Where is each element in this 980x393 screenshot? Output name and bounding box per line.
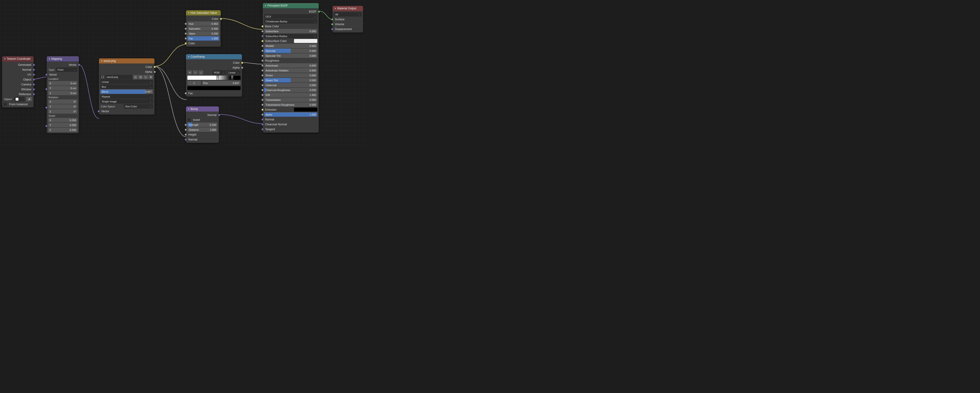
type-dropdown[interactable]: Point⌄ [56, 67, 78, 72]
collapse-icon[interactable]: ▼ [4, 58, 6, 60]
unlink-button[interactable]: ✕ [148, 75, 153, 80]
socket-out[interactable] [33, 78, 35, 81]
interp-dropdown[interactable]: Linear⌄ [100, 80, 153, 84]
scl-y[interactable]: Y0.250 [48, 123, 78, 127]
collapse-icon[interactable]: ▼ [334, 8, 336, 10]
socket-out-color[interactable] [241, 62, 243, 64]
socket-out[interactable] [33, 73, 35, 76]
interp-dropdown[interactable]: Linear⌄ [227, 70, 240, 75]
socket-out-alpha[interactable] [154, 71, 156, 73]
ramp-menu-button[interactable]: ⌄ [199, 70, 203, 75]
socket-out[interactable] [33, 68, 35, 71]
socket-in-normal[interactable] [261, 118, 264, 121]
socket-in-color[interactable] [185, 42, 187, 45]
socket-out[interactable] [33, 83, 35, 86]
socket-in-base-color[interactable] [261, 25, 264, 27]
socket-in-aniso[interactable] [261, 64, 264, 67]
socket-out-normal[interactable] [218, 114, 220, 116]
loc-z[interactable]: Z0 cm [48, 91, 78, 95]
socket-in-fac[interactable] [185, 92, 187, 94]
node-header[interactable]: ▼ Principled BSDF [263, 3, 319, 8]
loc-x[interactable]: X0 cm [48, 81, 78, 86]
spec-tint-field[interactable]: Specular Tint0.000 [264, 53, 317, 58]
socket-in-ior[interactable] [261, 94, 264, 96]
socket-in-scale[interactable] [45, 125, 48, 127]
browse-image-button[interactable] [100, 75, 105, 80]
eyedropper-button[interactable] [26, 97, 32, 101]
socket-in-spec-tint[interactable] [261, 55, 264, 57]
socket-in-emission[interactable] [261, 108, 264, 111]
socket-out[interactable] [78, 64, 80, 66]
distribution-dropdown[interactable]: GGX⌄ [264, 14, 317, 19]
aniso-rot-field[interactable]: Anisotropic Rotation0.000 [264, 68, 317, 73]
colorspace-dropdown[interactable]: Non-Color⌄ [124, 104, 153, 108]
socket-in-aniso-rot[interactable] [261, 69, 264, 72]
node-header[interactable]: ▼ wood.png [99, 58, 154, 64]
socket-in-roughness[interactable] [261, 59, 264, 62]
socket-in-height[interactable] [185, 134, 187, 136]
open-image-button[interactable] [143, 75, 148, 80]
strength-field[interactable]: Strength0.160 [188, 123, 218, 127]
socket-in-surface[interactable] [331, 18, 333, 21]
node-header[interactable]: ▼ Bump [186, 107, 219, 111]
specular-field[interactable]: Specular0.500 [264, 49, 317, 53]
node-header[interactable]: ▼ Material Output [332, 6, 363, 11]
socket-out[interactable] [33, 64, 35, 66]
socket-in-sheen[interactable] [261, 74, 264, 76]
metallic-field[interactable]: Metallic0.000 [264, 44, 317, 48]
rot-x[interactable]: X0° [48, 99, 78, 104]
stop-color-swatch[interactable] [188, 86, 240, 90]
color-ramp-gradient[interactable] [188, 76, 240, 80]
socket-in-volume[interactable] [331, 23, 333, 25]
socket-out-bsdf[interactable] [318, 11, 320, 13]
socket-out[interactable] [33, 93, 35, 95]
loc-y[interactable]: Y0 cm [48, 86, 78, 90]
socket-in-subsurface[interactable] [261, 30, 264, 32]
sss-method-dropdown[interactable]: Christensen-Burley⌄ [264, 19, 317, 24]
collapse-icon[interactable]: ▼ [188, 108, 190, 110]
socket-in-tangent[interactable] [261, 128, 264, 130]
rot-z[interactable]: Z0° [48, 109, 78, 114]
collapse-icon[interactable]: ▼ [49, 58, 50, 60]
node-header[interactable]: ▼ ColorRamp [186, 54, 242, 59]
node-header[interactable]: ▼ Mapping [47, 56, 79, 61]
collapse-icon[interactable]: ▼ [265, 5, 266, 7]
ramp-handle[interactable] [231, 75, 233, 80]
socket-in-metallic[interactable] [261, 45, 264, 47]
add-stop-button[interactable]: ＋ [188, 70, 192, 75]
socket-out-color[interactable] [220, 18, 222, 20]
socket-in-value[interactable] [185, 32, 187, 35]
stop-index[interactable]: 1 [188, 81, 201, 85]
invert-checkbox[interactable] [188, 118, 191, 122]
fac-field[interactable]: Fac1.000 [188, 36, 220, 41]
sheen-tint-field[interactable]: Sheen Tint0.500 [264, 78, 317, 83]
collapse-icon[interactable]: ▼ [188, 12, 190, 14]
blend-slider[interactable]: Blend0.857 [100, 89, 153, 94]
socket-in-saturation[interactable] [185, 27, 187, 30]
ior-field[interactable]: IOR1.450 [264, 93, 317, 97]
socket-out[interactable] [33, 88, 35, 91]
socket-in-displacement[interactable] [331, 28, 333, 30]
socket-in-sheen-tint[interactable] [261, 79, 264, 81]
aniso-field[interactable]: Anisotropic0.000 [264, 63, 317, 68]
socket-in-location[interactable] [45, 88, 48, 90]
ramp-handle[interactable] [216, 75, 219, 80]
sheen-field[interactable]: Sheen0.000 [264, 73, 317, 78]
node-header[interactable]: ▼ Hue Saturation Value [186, 10, 221, 15]
transmission-field[interactable]: Transmission0.000 [264, 97, 317, 102]
emission-color-swatch[interactable] [294, 108, 317, 111]
socket-in-hue[interactable] [185, 23, 187, 25]
socket-in-rotation[interactable] [45, 107, 48, 109]
socket-in-transmission[interactable] [261, 99, 264, 101]
socket-in-sss-radius[interactable] [261, 35, 264, 37]
projection-dropdown[interactable]: Box⌄ [100, 84, 153, 89]
subsurface-field[interactable]: Subsurface0.000 [264, 29, 317, 33]
object-picker[interactable] [14, 97, 25, 101]
remove-stop-button[interactable]: － [193, 70, 197, 75]
socket-in-cc-normal[interactable] [261, 123, 264, 126]
scl-x[interactable]: X0.250 [48, 118, 78, 122]
stop-pos[interactable]: Pos0.837 [202, 81, 240, 85]
socket-out-alpha[interactable] [241, 67, 243, 69]
socket-out-color[interactable] [154, 66, 156, 68]
clearcoat-field[interactable]: Clearcoat0.000 [264, 83, 317, 87]
